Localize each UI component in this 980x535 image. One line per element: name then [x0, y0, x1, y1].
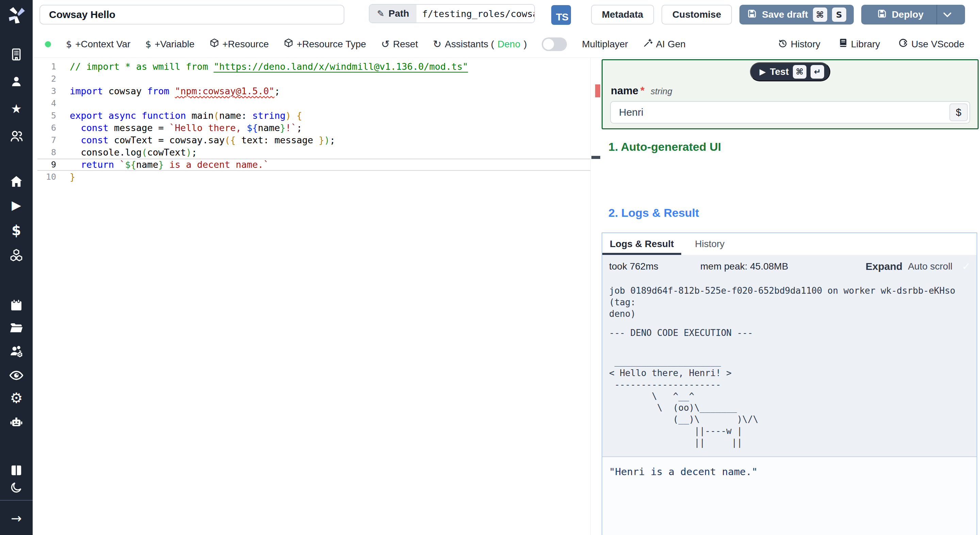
- sidebar-item-groups-admin[interactable]: [0, 343, 33, 359]
- line-number: 7: [33, 134, 70, 146]
- windmill-logo-icon[interactable]: [0, 4, 33, 26]
- line-number-active: 9: [33, 159, 70, 171]
- code-token: ;: [192, 147, 197, 158]
- code-token: }: [70, 172, 75, 182]
- add-context-var-button[interactable]: $ +Context Var: [66, 39, 130, 50]
- use-vscode-button[interactable]: Use VScode: [898, 38, 964, 50]
- tab-logs-result[interactable]: Logs & Result: [610, 239, 674, 250]
- argument-field-header: name * string: [611, 85, 672, 97]
- sidebar-item-favorites[interactable]: ★: [0, 101, 33, 117]
- code-token: return: [81, 159, 115, 170]
- play-icon: ▶: [11, 199, 21, 211]
- preview-panel: ▶ Test ⌘ ↵ name * string $ 1. Auto-gener…: [600, 58, 980, 535]
- vscode-icon: [898, 38, 908, 50]
- sidebar-item-user[interactable]: [0, 73, 33, 90]
- add-variable-button[interactable]: $ +Variable: [145, 39, 194, 50]
- path-label: Path: [388, 8, 409, 19]
- multiplayer-toggle[interactable]: [542, 37, 567, 51]
- deploy-dropdown-button[interactable]: [937, 5, 958, 24]
- cubes-icon: [9, 248, 24, 263]
- sidebar-item-dark-mode[interactable]: [0, 479, 33, 495]
- sidebar-item-workers[interactable]: [0, 414, 33, 430]
- sidebar-item-runs[interactable]: ▶: [0, 197, 33, 213]
- enter-keycap: ↵: [811, 65, 824, 79]
- s-keycap: S: [832, 8, 846, 22]
- script-title-input[interactable]: [40, 5, 344, 24]
- metadata-button[interactable]: Metadata: [591, 5, 654, 24]
- code-token: cowsay: [103, 86, 147, 96]
- check-icon[interactable]: ✓: [962, 260, 970, 272]
- code-token: console.log: [70, 147, 142, 158]
- code-content[interactable]: // import * as wmill from "https://deno.…: [70, 58, 590, 183]
- code-token: cowText = cowsay.say: [108, 135, 224, 145]
- code-link-token[interactable]: "https://deno.land/x/windmill@v1.136.0/m…: [214, 61, 468, 72]
- user-icon: [10, 75, 23, 89]
- sidebar-expand-button[interactable]: →: [0, 510, 33, 527]
- sidebar-item-variables[interactable]: $: [0, 222, 33, 239]
- sidebar-item-home[interactable]: [0, 173, 33, 189]
- sidebar-item-docs[interactable]: [0, 462, 33, 479]
- required-asterisk: *: [640, 85, 644, 97]
- history-button[interactable]: History: [778, 38, 821, 50]
- sidebar-item-folders[interactable]: [0, 320, 33, 336]
- cursor-marker: [592, 156, 600, 159]
- code-token: ): [285, 110, 291, 121]
- code-token: [169, 86, 175, 96]
- deploy-label: Deploy: [892, 9, 924, 20]
- line-number: 6: [33, 122, 70, 134]
- ai-gen-label: AI Gen: [656, 39, 686, 50]
- execution-header: --- DENO CODE EXECUTION ---: [609, 327, 970, 339]
- code-token: {: [230, 135, 235, 145]
- gear-icon: ⚙: [10, 391, 23, 405]
- name-argument-input[interactable]: [610, 101, 970, 124]
- overview-ruler[interactable]: [590, 58, 600, 535]
- sidebar-item-schedules[interactable]: [0, 297, 33, 314]
- code-line: return `${name} is a decent name.`: [70, 159, 590, 171]
- section-auto-generated-ui: 1. Auto-generated UI: [608, 140, 721, 153]
- refresh-icon: ↻: [433, 38, 441, 50]
- reset-button[interactable]: ↺ Reset: [381, 38, 418, 50]
- code-token: }: [280, 123, 285, 133]
- path-button[interactable]: ✎ Path f/testing_roles/cowsa: [369, 4, 535, 23]
- insert-variable-button[interactable]: $: [950, 103, 968, 121]
- assistants-label-suffix: ): [524, 39, 527, 50]
- add-resource-button[interactable]: +Resource: [210, 38, 269, 50]
- home-icon: [10, 175, 23, 188]
- tab-history[interactable]: History: [695, 239, 724, 250]
- code-token: }: [158, 159, 164, 170]
- dollar-icon: $: [66, 39, 72, 49]
- ai-gen-button[interactable]: AI Gen: [643, 38, 686, 50]
- code-token: [70, 159, 81, 170]
- test-button[interactable]: ▶ Test ⌘ ↵: [750, 62, 830, 81]
- command-keycap: ⌘: [793, 65, 807, 79]
- autoscroll-label[interactable]: Auto scroll: [908, 261, 953, 272]
- sidebar-item-settings[interactable]: ⚙: [0, 390, 33, 406]
- book-icon: [10, 463, 23, 477]
- assistants-button[interactable]: ↻ Assistants (Deno): [433, 38, 527, 50]
- code-token: // import * as wmill from: [70, 61, 214, 72]
- expand-button[interactable]: Expand: [865, 261, 902, 272]
- code-token: name: [136, 159, 158, 170]
- sidebar-item-groups[interactable]: [0, 128, 33, 144]
- test-args-panel: ▶ Test ⌘ ↵ name * string $: [601, 59, 978, 129]
- assistants-label-prefix: Assistants (: [445, 39, 494, 50]
- save-draft-button[interactable]: Save draft ⌘ S: [740, 5, 853, 24]
- code-token: (: [142, 147, 147, 158]
- code-token: string: [253, 110, 286, 121]
- toolbar-right: History Library Use VScode: [778, 38, 964, 50]
- customise-button[interactable]: Customise: [662, 5, 732, 24]
- add-resource-type-button[interactable]: +Resource Type: [284, 38, 366, 50]
- sidebar-item-workspace[interactable]: [0, 46, 33, 63]
- topbar-actions: Metadata Customise Save draft ⌘ S Deploy: [591, 5, 965, 24]
- typescript-badge: TS: [551, 5, 571, 25]
- run-stats-row: took 762ms mem peak: 45.08MB Expand Auto…: [609, 260, 970, 272]
- library-label: Library: [851, 39, 880, 50]
- code-line: [70, 97, 590, 110]
- deploy-button[interactable]: Deploy: [861, 5, 965, 24]
- sidebar-item-resources[interactable]: [0, 247, 33, 263]
- sidebar-item-audit-logs[interactable]: [0, 367, 33, 384]
- path-value: f/testing_roles/cowsa: [417, 5, 534, 22]
- library-button[interactable]: Library: [839, 38, 880, 50]
- code-editor[interactable]: 1 2 3 4 5 6 7 8 9 10 // import * as wmil…: [33, 58, 600, 535]
- code-token: name:: [219, 110, 253, 121]
